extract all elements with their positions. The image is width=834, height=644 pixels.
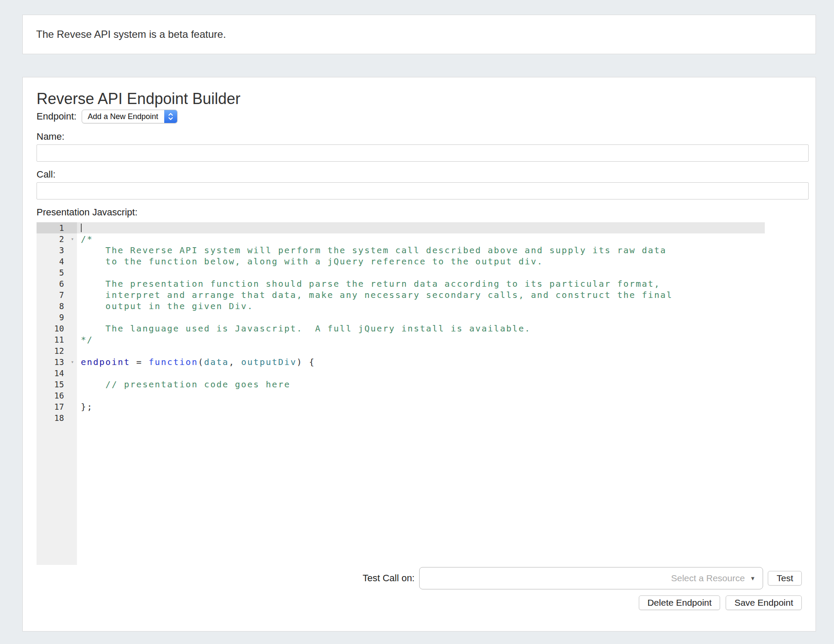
code-line: output in the given Div. xyxy=(77,301,765,312)
editor-code-area[interactable]: /* The Reverse API system will perform t… xyxy=(77,222,765,565)
name-input[interactable] xyxy=(37,144,809,162)
line-number: 13▾ xyxy=(37,356,77,368)
test-button[interactable]: Test xyxy=(768,571,802,586)
line-number: 14 xyxy=(37,368,77,379)
editor-line-number-gutter: 12▾345678910111213▾1415161718 xyxy=(37,222,77,565)
call-input[interactable] xyxy=(37,182,809,199)
page-title: Reverse API Endpoint Builder xyxy=(37,89,809,108)
line-number: 12 xyxy=(37,345,77,356)
endpoint-builder-panel: Reverse API Endpoint Builder Endpoint: A… xyxy=(22,77,816,632)
line-number: 5 xyxy=(37,267,77,278)
save-endpoint-button[interactable]: Save Endpoint xyxy=(726,595,802,610)
test-call-row: Test Call on: Select a Resource ▼ Test xyxy=(37,567,809,589)
code-line xyxy=(77,345,765,356)
endpoint-actions-row: Delete Endpoint Save Endpoint xyxy=(37,595,809,610)
code-line xyxy=(77,222,765,233)
line-number: 7 xyxy=(37,289,77,301)
endpoint-select[interactable]: Add a New Endpoint xyxy=(82,110,178,123)
line-number: 4 xyxy=(37,256,77,267)
code-line: The presentation function should parse t… xyxy=(77,278,765,289)
code-line: endpoint = function(data, outputDiv) { xyxy=(77,356,765,368)
line-number: 15 xyxy=(37,379,77,390)
code-line: // presentation code goes here xyxy=(77,379,765,390)
line-number: 16 xyxy=(37,390,77,401)
javascript-code-editor[interactable]: 12▾345678910111213▾1415161718 /* The Rev… xyxy=(37,222,765,565)
line-number: 17 xyxy=(37,401,77,412)
code-line: interpret and arrange that data, make an… xyxy=(77,289,765,301)
line-number: 6 xyxy=(37,278,77,289)
code-line xyxy=(77,267,765,278)
line-number: 9 xyxy=(37,312,77,323)
text-cursor xyxy=(81,224,82,232)
line-number: 3 xyxy=(37,245,77,256)
resource-select-placeholder: Select a Resource xyxy=(671,573,745,583)
name-label: Name: xyxy=(37,131,809,143)
beta-notice-text: The Revese API system is a beta feature. xyxy=(36,28,226,40)
code-line: */ xyxy=(77,334,765,345)
code-line: }; xyxy=(77,401,765,412)
line-number: 18 xyxy=(37,412,77,423)
fold-arrow-icon[interactable]: ▾ xyxy=(71,233,74,245)
beta-notice-banner: The Revese API system is a beta feature. xyxy=(22,15,816,54)
call-label: Call: xyxy=(37,169,809,181)
line-number: 2▾ xyxy=(37,233,77,245)
code-line xyxy=(77,412,765,423)
code-line: to the function below, along with a jQue… xyxy=(77,256,765,267)
line-number: 1 xyxy=(37,222,77,233)
endpoint-label: Endpoint: xyxy=(37,111,77,122)
code-line: /* xyxy=(77,233,765,245)
endpoint-select-value: Add a New Endpoint xyxy=(82,110,164,123)
code-line: The language used is Javascript. A full … xyxy=(77,323,765,334)
code-line xyxy=(77,390,765,401)
code-line xyxy=(77,312,765,323)
presentation-javascript-label: Presentation Javascript: xyxy=(37,206,809,218)
dropdown-caret-icon: ▼ xyxy=(750,575,756,582)
line-number: 10 xyxy=(37,323,77,334)
delete-endpoint-button[interactable]: Delete Endpoint xyxy=(639,595,720,610)
test-call-on-label: Test Call on: xyxy=(362,573,414,584)
line-number: 11 xyxy=(37,334,77,345)
endpoint-row: Endpoint: Add a New Endpoint xyxy=(37,109,809,124)
line-number: 8 xyxy=(37,301,77,312)
fold-arrow-icon[interactable]: ▾ xyxy=(71,356,74,368)
resource-select[interactable]: Select a Resource ▼ xyxy=(419,567,763,589)
code-line xyxy=(77,368,765,379)
code-line: The Reverse API system will perform the … xyxy=(77,245,765,256)
chevron-up-down-icon xyxy=(164,110,177,123)
